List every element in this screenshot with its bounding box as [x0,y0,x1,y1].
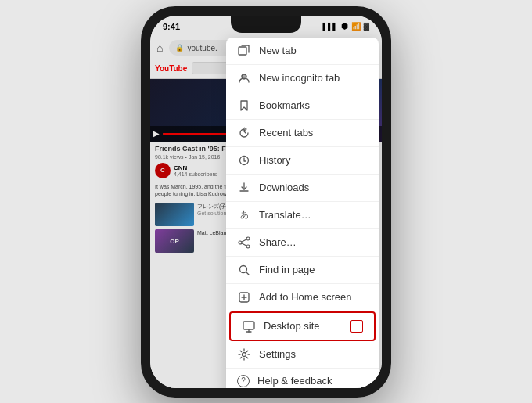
phone-screen: 9:41 ▌▌▌ ⬢ 📶 ▓ ⌂ 🔒 youtube. › ☆ ⬇ ⓘ ↻ [150,16,382,388]
svg-rect-0 [239,47,246,55]
new-tab-icon [237,44,251,58]
share-icon [237,236,251,250]
svg-point-7 [246,245,250,248]
translate-icon: あ [237,208,251,222]
desktop-site-label: Desktop site [264,320,340,332]
menu-item-desktop-site[interactable]: Desktop site [229,311,376,341]
downloads-icon [237,181,251,195]
desktop-site-icon [242,319,256,333]
svg-line-11 [246,272,250,275]
downloads-label: Downloads [259,182,368,193]
bookmarks-label: Bookmarks [259,99,368,111]
menu-item-translate[interactable]: あ Translate… [226,202,379,229]
menu-item-downloads[interactable]: Downloads [226,175,379,202]
menu-item-share[interactable]: Share… [226,229,379,257]
menu-item-incognito[interactable]: New incognito tab [226,65,379,92]
history-label: History [259,154,368,166]
menu-item-recent-tabs[interactable]: Recent tabs [226,120,379,147]
menu-item-add-homescreen[interactable]: Add to Home screen [226,284,379,311]
find-in-page-label: Find in page [259,264,368,275]
incognito-label: New incognito tab [259,72,368,84]
bookmarks-icon [237,99,251,113]
phone-outer: 9:41 ▌▌▌ ⬢ 📶 ▓ ⌂ 🔒 youtube. › ☆ ⬇ ⓘ ↻ [141,6,391,398]
share-label: Share… [259,236,368,248]
incognito-icon [237,71,251,85]
menu-item-history[interactable]: History [226,147,379,175]
svg-marker-3 [241,101,247,110]
history-icon [237,153,251,167]
recent-tabs-icon [237,126,251,140]
recent-tabs-label: Recent tabs [259,127,368,139]
help-label: Help & feedback [257,375,368,387]
menu-item-help[interactable]: ? Help & feedback [226,369,379,388]
menu-item-bookmarks[interactable]: Bookmarks [226,92,379,120]
svg-point-6 [239,241,242,244]
svg-rect-15 [243,322,254,329]
help-icon: ? [237,375,250,387]
menu-item-settings[interactable]: Settings [226,341,379,369]
menu-item-new-tab[interactable]: New tab [226,38,379,65]
svg-point-5 [246,237,250,240]
svg-point-18 [243,352,246,356]
svg-line-8 [242,239,246,242]
menu-item-find-in-page[interactable]: Find in page [226,257,379,284]
add-homescreen-label: Add to Home screen [259,291,368,303]
settings-icon [237,347,251,362]
new-tab-label: New tab [259,45,368,56]
homescreen-icon [237,290,251,304]
svg-line-9 [242,243,246,246]
find-icon [237,263,251,277]
desktop-site-checkbox[interactable] [350,320,363,333]
translate-label: Translate… [259,209,368,221]
settings-label: Settings [259,348,368,360]
dropdown-menu: New tab New incognito tab [226,38,379,388]
